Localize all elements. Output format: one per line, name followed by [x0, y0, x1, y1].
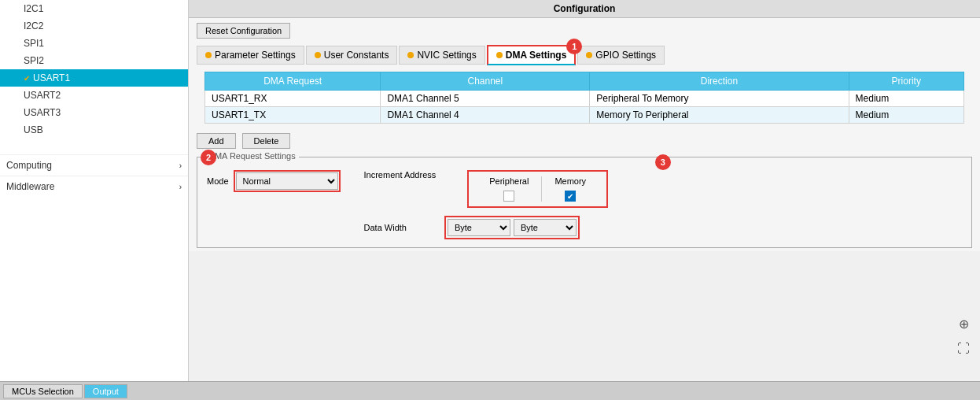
dot-icon-dma	[496, 52, 503, 58]
cell-priority-1: Medium	[849, 107, 963, 124]
memory-col: Memory ✔	[541, 176, 599, 202]
dot-icon-user	[315, 52, 321, 58]
col-header-direction: Direction	[590, 72, 849, 91]
data-width-label: Data Width	[364, 223, 407, 232]
tab-nvic-settings[interactable]: NVIC Settings	[399, 46, 484, 65]
bottom-tab-output[interactable]: Output	[84, 384, 127, 398]
right-icons: ⊕ ⛶	[955, 315, 972, 357]
sidebar-item-usart1[interactable]: ✔ USART1	[0, 69, 188, 87]
peripheral-checkbox-wrap	[489, 191, 529, 202]
dot-icon-nvic	[407, 52, 414, 58]
tabs-row: Parameter Settings User Constants NVIC S…	[189, 43, 980, 67]
computing-label: Computing	[6, 160, 52, 171]
middleware-label: Middleware	[6, 181, 54, 192]
badge-2: 2	[201, 150, 216, 165]
dma-settings-legend: DMA Request Settings	[205, 151, 299, 161]
delete-button[interactable]: Delete	[242, 133, 291, 149]
sidebar-item-i2c1[interactable]: I2C1	[0, 0, 188, 17]
cell-channel-1: DMA1 Channel 4	[381, 107, 590, 124]
main-content: Configuration Reset Configuration Parame…	[189, 0, 980, 251]
cell-direction-0: Peripheral To Memory	[590, 91, 849, 107]
col-header-dma-request: DMA Request	[205, 72, 381, 91]
sidebar-item-spi1[interactable]: SPI1	[0, 35, 188, 52]
sidebar-section-computing[interactable]: Computing ›	[0, 154, 188, 176]
cell-dma-request-1: USART1_TX	[205, 107, 381, 124]
dma-table: DMA Request Channel Direction Priority U…	[204, 72, 964, 124]
tab-dma-settings[interactable]: DMA Settings 1	[487, 45, 577, 65]
mode-select[interactable]: Normal Circular	[236, 172, 338, 190]
peripheral-data-width-select[interactable]: Byte Half Word Word	[448, 219, 510, 236]
memory-header: Memory	[554, 176, 586, 186]
chevron-right-icon-2: ›	[179, 183, 182, 191]
badge-3: 3	[655, 154, 671, 170]
peripheral-checkbox[interactable]	[503, 191, 514, 202]
expand-icon[interactable]: ⛶	[955, 340, 972, 357]
cell-dma-request-0: USART1_RX	[205, 91, 381, 107]
reset-btn-row: Reset Configuration	[189, 18, 980, 43]
memory-checkbox-wrap: ✔	[554, 191, 586, 202]
tab-parameter-settings[interactable]: Parameter Settings	[197, 46, 304, 65]
data-width-selects: Byte Half Word Word Byte Half Word Word	[444, 216, 580, 239]
mode-label: Mode	[207, 176, 229, 186]
cell-priority-0: Medium	[849, 91, 963, 107]
sidebar-item-i2c2[interactable]: I2C2	[0, 17, 188, 35]
memory-checkbox[interactable]: ✔	[565, 191, 576, 202]
check-icon: ✔	[24, 74, 30, 83]
chevron-right-icon: ›	[179, 161, 182, 170]
bottom-tab-mcus-selection[interactable]: MCUs Selection	[3, 384, 83, 398]
increment-label: Increment Address	[364, 170, 437, 180]
sidebar-item-usb[interactable]: USB	[0, 121, 188, 139]
datawidth-row: Data Width Byte Half Word Word Byte Half…	[364, 216, 962, 239]
dot-icon-param	[205, 52, 212, 58]
action-btns: Add Delete	[189, 128, 980, 154]
dot-icon-gpio	[586, 52, 592, 58]
cell-direction-1: Memory To Peripheral	[590, 107, 849, 124]
cell-channel-0: DMA1 Channel 5	[381, 91, 590, 107]
memory-data-width-select[interactable]: Byte Half Word Word	[514, 219, 577, 236]
table-container: DMA Request Channel Direction Priority U…	[189, 72, 980, 124]
col-header-channel: Channel	[381, 72, 590, 91]
peripheral-header: Peripheral	[489, 176, 529, 186]
mode-row: Mode Normal Circular	[207, 170, 341, 192]
add-button[interactable]: Add	[197, 133, 236, 149]
sidebar-item-usart3[interactable]: USART3	[0, 104, 188, 121]
zoom-in-icon[interactable]: ⊕	[955, 315, 972, 332]
mode-select-wrap: Normal Circular	[234, 170, 341, 192]
tab-gpio-settings[interactable]: GPIO Settings	[577, 46, 665, 65]
sidebar-item-usart2[interactable]: USART2	[0, 87, 188, 104]
col-header-priority: Priority	[849, 72, 963, 91]
content-wrapper: Configuration Reset Configuration Parame…	[189, 0, 980, 381]
increment-checkboxes: Peripheral Memory ✔	[467, 170, 608, 208]
reset-configuration-button[interactable]: Reset Configuration	[197, 23, 290, 39]
tab-user-constants[interactable]: User Constants	[306, 46, 398, 65]
sidebar-section-middleware[interactable]: Middleware ›	[0, 176, 188, 197]
table-row[interactable]: USART1_RX DMA1 Channel 5 Peripheral To M…	[205, 91, 964, 107]
config-title: Configuration	[189, 0, 980, 18]
increment-section: 3 Increment Address Peripheral	[364, 170, 962, 239]
sidebar: I2C1 I2C2 SPI1 SPI2 ✔ USART1 USART2 USAR…	[0, 0, 189, 381]
sidebar-item-spi2[interactable]: SPI2	[0, 52, 188, 69]
table-row[interactable]: USART1_TX DMA1 Channel 4 Memory To Perip…	[205, 107, 964, 124]
dma-settings-box: DMA Request Settings 2 Mode Normal Circu…	[197, 157, 972, 248]
peripheral-col: Peripheral	[477, 176, 541, 202]
inc-cols: Peripheral Memory ✔	[477, 176, 599, 202]
bottom-bar: MCUs Selection Output	[0, 381, 980, 400]
